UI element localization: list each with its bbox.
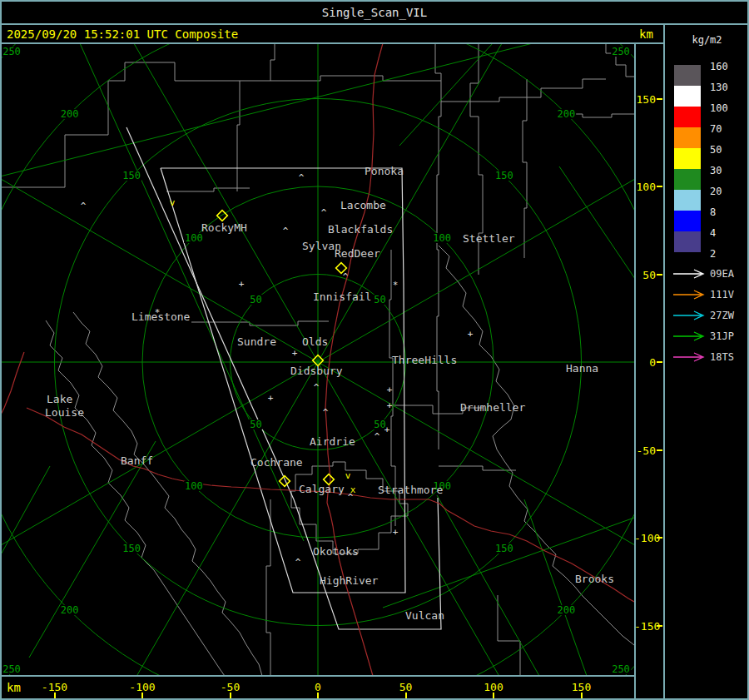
city-label: Limestone <box>131 311 190 322</box>
city-label: Vulcan <box>405 610 444 621</box>
range-ring-label: 200 <box>557 109 577 119</box>
map-marker: + <box>387 401 393 410</box>
map-marker: + <box>468 330 474 339</box>
range-ring-label: 200 <box>557 605 577 615</box>
right-axis-tick-label: 100 <box>634 181 656 193</box>
city-label: RedDeer <box>335 248 380 259</box>
right-axis-tick-label: -50 <box>634 444 656 456</box>
right-axis-tick <box>657 449 662 451</box>
right-axis: 150100500-50-100-150 <box>634 43 663 676</box>
bottom-axis-tick <box>230 693 231 698</box>
map-marker: ^ <box>323 408 329 417</box>
city-label: Olds <box>302 336 328 347</box>
range-ring-label: 100 <box>184 233 204 243</box>
azimuth-radial-line <box>77 362 318 676</box>
bottom-axis-tick <box>54 693 56 698</box>
bottom-axis-tick <box>405 693 407 698</box>
frame-map-bottom <box>0 675 634 677</box>
city-label: Ponoka <box>365 166 404 176</box>
city-label: Lake <box>47 394 72 405</box>
legend-color-swatch <box>674 107 701 127</box>
city-label: Calgary <box>299 484 345 494</box>
frame-title-separator <box>0 23 749 25</box>
legend-panel: kg/m2 1601301007050302084209EA111V27ZW31… <box>665 24 749 700</box>
map-marker: + <box>393 528 399 537</box>
city-label: RockyMH <box>201 222 247 233</box>
right-axis-tick-label: -150 <box>634 619 656 632</box>
site-arrow-icon <box>672 268 708 280</box>
city-label: HighRiver <box>320 575 378 586</box>
frame-left <box>0 0 2 700</box>
radar-site-diamond <box>280 476 290 487</box>
legend-level-label: 130 <box>710 82 728 92</box>
city-label: ThreeHills <box>392 355 457 365</box>
right-axis-tick-label: 50 <box>634 268 656 280</box>
legend-color-swatch <box>674 65 701 86</box>
bottom-axis-tick-label: -150 <box>42 681 67 693</box>
map-marker: ^ <box>374 432 380 441</box>
city-label: Stettler <box>463 233 515 244</box>
range-ring-label: 150 <box>494 544 514 554</box>
legend-color-swatch <box>674 211 701 231</box>
site-id-label: 09EA <box>710 269 734 279</box>
site-arrow-icon <box>672 330 708 342</box>
range-ring-label: 100 <box>432 233 452 243</box>
legend-level-label: 8 <box>710 207 716 217</box>
window-title: Single_Scan_VIL <box>322 6 427 19</box>
legend-level-label: 100 <box>710 103 728 113</box>
legend-level-label: 50 <box>710 145 722 155</box>
county-boundary-line <box>270 43 275 81</box>
site-id-label: 31JP <box>710 331 734 341</box>
map-marker: * <box>393 280 399 290</box>
right-axis-tick-label: -100 <box>634 532 656 544</box>
city-label: Okotoks <box>313 546 359 557</box>
grid-spoke-line <box>2 466 50 556</box>
map-marker: ^ <box>321 208 327 217</box>
range-ring-label: 50 <box>373 295 386 305</box>
map-marker: ^ <box>299 173 305 182</box>
range-ring-label: 150 <box>122 171 141 181</box>
site-arrow-icon <box>672 351 708 363</box>
legend-level-label: 30 <box>710 166 722 176</box>
legend-color-swatch <box>674 148 701 169</box>
map-marker: ^ <box>283 226 289 236</box>
grid-spoke-line <box>437 495 539 676</box>
bottom-axis-tick-label: 150 <box>572 681 591 693</box>
right-axis-tick <box>657 537 662 539</box>
city-label: Strathmore <box>378 484 443 495</box>
map-marker: ^ <box>343 272 349 281</box>
map-marker: + <box>387 385 393 395</box>
legend-level-label: 160 <box>710 62 728 72</box>
map-marker: ^ <box>295 558 301 567</box>
county-boundary-line <box>523 79 527 258</box>
map-marker: x <box>350 485 356 494</box>
right-axis-tick <box>657 625 662 627</box>
county-boundary-line <box>191 321 329 325</box>
bottom-axis-tick-label: 100 <box>484 681 503 693</box>
site-arrow-icon <box>672 289 708 300</box>
range-ring-label: 100 <box>184 481 204 491</box>
range-ring-label: 200 <box>60 605 80 615</box>
map-vector-layer <box>2 43 634 676</box>
city-label: Sundre <box>237 336 276 347</box>
map-marker: v <box>345 471 351 480</box>
frame-map-right <box>634 43 636 700</box>
county-boundary-line <box>266 499 270 676</box>
legend-level-label: 4 <box>710 228 716 238</box>
range-ring-label: 250 <box>2 47 22 57</box>
county-boundary-line <box>108 62 441 81</box>
grid-spoke-line <box>559 166 634 300</box>
map-marker: ^ <box>81 201 87 211</box>
map-marker: + <box>239 280 245 289</box>
bottom-axis-unit-label: km <box>7 681 21 694</box>
city-label: Lacombe <box>340 200 386 211</box>
bottom-axis-tick <box>317 693 319 698</box>
legend-color-swatch <box>674 86 701 107</box>
radar-site-diamond <box>217 211 228 221</box>
range-ring-label: 50 <box>249 420 262 429</box>
range-ring-label: 200 <box>60 109 80 119</box>
grid-spoke-line <box>383 518 634 608</box>
city-label: Louise <box>45 407 84 418</box>
legend-level-label: 70 <box>710 124 722 134</box>
range-ring-label: 250 <box>611 664 631 674</box>
